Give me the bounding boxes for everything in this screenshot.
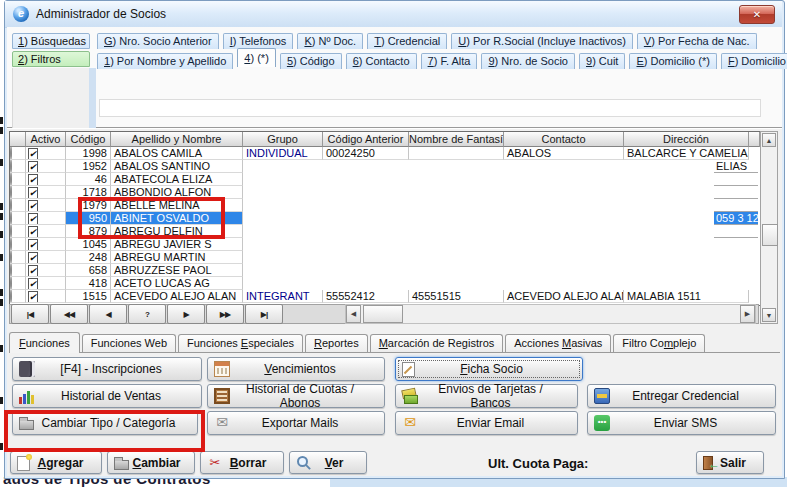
historial-ventas-button[interactable]: Historial de Ventas — [12, 384, 202, 408]
table-row[interactable]: ✔ 1718 ABBONDIO ALFON — [10, 186, 760, 199]
contacto-cell[interactable]: ABALOS — [504, 147, 624, 160]
tab-busquedas[interactable]: 1) Búsquedas — [12, 33, 90, 49]
direccion-cell[interactable]: MALABIA 1511 — [624, 290, 749, 303]
row-selector[interactable] — [10, 251, 26, 264]
tab-filtro-complejo[interactable]: Filtro Complejo — [613, 334, 705, 352]
search-input[interactable] — [99, 99, 761, 117]
radio-icon[interactable] — [10, 212, 12, 225]
nombre-cell[interactable]: ABREGU JAVIER S — [111, 238, 243, 251]
activo-checkbox[interactable]: ✔ — [28, 187, 38, 199]
codigo-cell[interactable]: 1045 — [66, 238, 111, 251]
activo-checkbox[interactable]: ✔ — [28, 200, 38, 212]
nombre-cell[interactable]: ABELLE MELINA — [111, 199, 243, 212]
contacto-cell[interactable]: ACEVEDO ALEJO ALAN — [504, 290, 624, 303]
grupo-cell[interactable]: INTEGRANT — [243, 290, 323, 303]
tab-por-nombre-apellido[interactable]: 1) Por Nombre y Apellido — [97, 53, 233, 69]
row-selector[interactable] — [10, 147, 26, 160]
nombre-cell[interactable]: ABREGU MARTIN — [111, 251, 243, 264]
table-row[interactable]: ✔ 658 ABRUZZESE PAOL — [10, 264, 760, 277]
codigo-cell[interactable]: 658 — [66, 264, 111, 277]
nombre-cell[interactable]: ACEVEDO ALEJO ALAN — [111, 290, 243, 303]
table-row[interactable]: ✔ 1515 ACEVEDO ALEJO ALAN INTEGRANT 5555… — [10, 290, 760, 303]
grid-vertical-scrollbar[interactable]: ▲ ▼ — [760, 131, 778, 324]
table-row[interactable]: ✔ 1045 ABREGU JAVIER S — [10, 238, 760, 251]
exportar-mails-button[interactable]: ✉ Exportar Mails — [207, 411, 385, 435]
tab-f-alta[interactable]: 7) F. Alta — [421, 53, 478, 69]
enviar-email-button[interactable]: ✉ Enviar Email — [395, 411, 578, 435]
table-row[interactable]: ✔ 46 ABATECOLA ELIZA — [10, 173, 760, 186]
tab-credencial[interactable]: T) Credencial — [367, 33, 447, 49]
ver-button[interactable]: Ver — [289, 451, 367, 474]
fantasia-cell[interactable] — [409, 147, 504, 160]
tab-telefonos[interactable]: I) Telefonos — [223, 33, 294, 49]
radio-icon[interactable] — [10, 277, 12, 290]
nav-first-button[interactable]: |◀ — [11, 304, 49, 324]
tab-por-fecha-nac[interactable]: V) Por Fecha de Nac. — [637, 33, 757, 49]
codigo-anterior-cell[interactable]: 00024250 — [323, 147, 409, 160]
table-row[interactable]: ✔ 1998 ABALOS CAMILA INDIVIDUAL 00024250… — [10, 147, 760, 160]
members-grid[interactable]: Activo Código Apellido y Nombre Grupo Có… — [9, 131, 761, 306]
tab-funciones-especiales[interactable]: Funciones Especiales — [178, 334, 303, 352]
nav-search-button[interactable]: ? — [128, 304, 166, 324]
radio-icon[interactable] — [10, 251, 12, 264]
nav-prev-button[interactable]: ◀ — [89, 304, 127, 324]
table-row[interactable]: ✔ 1952 ABALOS SANTINO ELIAS — [10, 160, 760, 173]
activo-checkbox[interactable]: ✔ — [28, 252, 38, 264]
codigo-cell[interactable]: 1979 — [66, 199, 111, 212]
table-row[interactable]: ✔ 418 ACETO LUCAS AG — [10, 277, 760, 290]
header-direccion[interactable]: Dirección — [624, 132, 749, 147]
codigo-anterior-cell[interactable]: 55552412 — [323, 290, 409, 303]
enviar-sms-button[interactable]: ••• Enviar SMS — [587, 411, 776, 435]
cambiar-tipo-button[interactable]: Cambiar Tipo / Categoría — [12, 411, 198, 435]
nav-next-button[interactable]: ▶ — [167, 304, 205, 324]
nombre-cell[interactable]: ABBONDIO ALFON — [111, 186, 243, 199]
codigo-cell[interactable]: 1998 — [66, 147, 111, 160]
tab-domicilio-cob[interactable]: F) Domicilio Cob. — [721, 53, 787, 69]
cambiar-button[interactable]: Cambiar — [107, 451, 195, 474]
header-nombre[interactable]: Apellido y Nombre — [111, 132, 243, 147]
tab-contacto[interactable]: 6) Contacto — [346, 53, 417, 69]
row-selector[interactable] — [10, 264, 26, 277]
nav-fast-next-button[interactable]: ▶▶ — [206, 304, 244, 324]
table-row-selected[interactable]: ✔ 950 ABINET OSVALDO 059 3 12 — [10, 212, 760, 225]
nombre-cell[interactable]: ABALOS SANTINO — [111, 160, 243, 173]
header-codigo[interactable]: Código — [66, 132, 111, 147]
inscripciones-button[interactable]: [F4] - Inscripciones — [12, 357, 202, 381]
nombre-cell[interactable]: ABINET OSVALDO — [111, 212, 243, 225]
codigo-cell[interactable]: 1718 — [66, 186, 111, 199]
codigo-cell[interactable]: 46 — [66, 173, 111, 186]
radio-icon[interactable] — [10, 160, 12, 173]
radio-icon[interactable] — [10, 290, 12, 303]
row-selector[interactable] — [10, 173, 26, 186]
row-selector[interactable] — [10, 238, 26, 251]
row-selector[interactable] — [10, 212, 26, 225]
table-row[interactable]: ✔ 248 ABREGU MARTIN — [10, 251, 760, 264]
envios-tarjetas-button[interactable]: Envios de Tarjetas / Bancos — [395, 384, 578, 408]
tab-marcacion-registros[interactable]: Marcación de Registros — [370, 334, 504, 352]
codigo-cell[interactable]: 1952 — [66, 160, 111, 173]
scroll-down-icon[interactable]: ▼ — [762, 308, 776, 322]
header-codigo-anterior[interactable]: Código Anterior — [323, 132, 409, 147]
agregar-button[interactable]: Agregar — [10, 451, 102, 474]
codigo-cell[interactable]: 418 — [66, 277, 111, 290]
header-fantasia[interactable]: Nombre de Fantasía — [409, 132, 504, 147]
codigo-cell[interactable]: 1515 — [66, 290, 111, 303]
radio-icon[interactable] — [10, 225, 12, 238]
direccion-cell[interactable]: BALCARCE Y CAMELIAS — [624, 147, 749, 160]
codigo-cell[interactable]: 248 — [66, 251, 111, 264]
fantasia-cell[interactable]: 45551515 — [409, 290, 504, 303]
tab-funciones-web[interactable]: Funciones Web — [82, 334, 176, 352]
table-row[interactable]: ✔ 1979 ABELLE MELINA — [10, 199, 760, 212]
activo-checkbox[interactable]: ✔ — [28, 213, 38, 225]
radio-icon[interactable] — [10, 147, 12, 160]
table-row[interactable]: ✔ 879 ABREGU DELFIN — [10, 225, 760, 238]
activo-checkbox[interactable]: ✔ — [28, 239, 38, 251]
header-grupo[interactable]: Grupo — [243, 132, 323, 147]
header-contacto[interactable]: Contacto — [504, 132, 624, 147]
scroll-left-icon[interactable]: ◀ — [346, 305, 361, 323]
tab-cuit[interactable]: 9) Cuit — [579, 53, 625, 69]
row-selector[interactable] — [10, 199, 26, 212]
horizontal-scroll-thumb[interactable] — [363, 305, 403, 323]
row-selector[interactable] — [10, 160, 26, 173]
historial-cuotas-button[interactable]: Historial de Cuotas / Abonos — [207, 384, 385, 408]
